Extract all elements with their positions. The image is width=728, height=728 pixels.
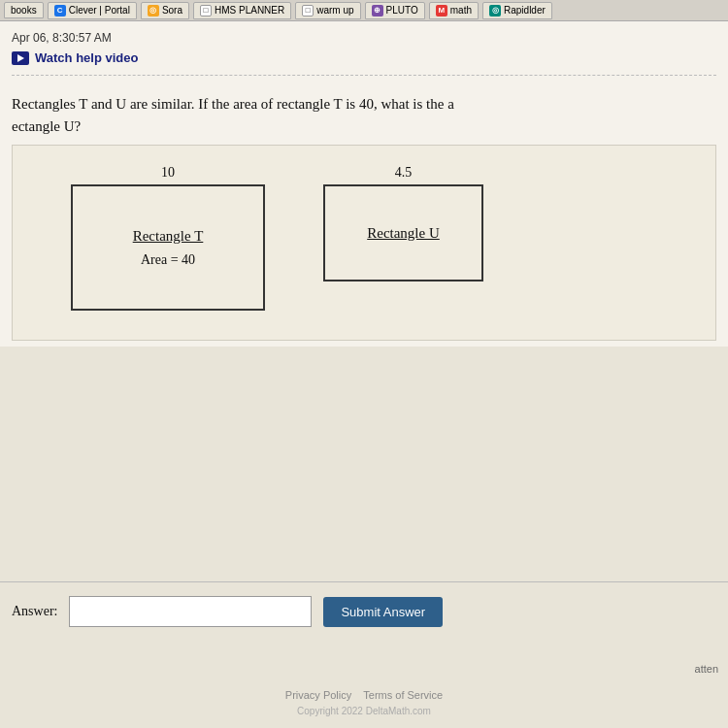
hms-icon: □ xyxy=(200,5,212,17)
footer-links: Privacy Policy Terms of Service xyxy=(0,689,728,701)
sora-label: Sora xyxy=(162,5,182,16)
math-label: math xyxy=(450,5,472,16)
rect-u-top-label: 4.5 xyxy=(395,165,413,181)
datetime-display: Apr 06, 8:30:57 AM xyxy=(12,27,716,47)
answer-input[interactable] xyxy=(69,596,312,627)
question-text-part2: ectangle U? xyxy=(12,118,81,134)
sora-icon: ◎ xyxy=(148,5,159,17)
rapidider-label: Rapidlder xyxy=(504,5,546,16)
privacy-policy-link[interactable]: Privacy Policy xyxy=(285,689,351,701)
tab-pluto[interactable]: ⊕ PLUTO xyxy=(365,2,425,19)
answer-label: Answer: xyxy=(12,604,57,619)
submit-answer-button[interactable]: Submit Answer xyxy=(323,597,443,627)
help-video-bar[interactable]: Watch help video xyxy=(12,47,716,69)
tab-bar: books C Clever | Portal ◎ Sora □ HMS PLA… xyxy=(0,0,728,21)
footer-copyright: Copyright 2022 DeltaMath.com xyxy=(0,706,728,716)
question-text-part1: Rectangles T and U are similar. If the a… xyxy=(12,96,454,112)
diagrams-area: 10 Rectangle T Area = 40 4.5 Rectangle U xyxy=(12,145,716,341)
rect-u-box: Rectangle U xyxy=(323,184,483,281)
video-play-icon xyxy=(12,51,29,65)
warmup-icon: □ xyxy=(302,5,314,17)
tab-warmup[interactable]: □ warm up xyxy=(295,2,360,19)
tab-rapidider[interactable]: ◎ Rapidlder xyxy=(482,2,552,19)
rect-t-top-label: 10 xyxy=(161,165,175,181)
terms-link[interactable]: Terms of Service xyxy=(363,689,443,701)
rect-t-area: Area = 40 xyxy=(141,252,195,268)
hms-label: HMS PLANNER xyxy=(215,5,284,16)
rect-t-box: Rectangle T Area = 40 xyxy=(71,184,265,311)
rect-u-name: Rectangle U xyxy=(367,225,440,242)
tab-books[interactable]: books xyxy=(4,2,44,18)
rect-t-container: 10 Rectangle T Area = 40 xyxy=(71,165,265,311)
tab-hms-planner[interactable]: □ HMS PLANNER xyxy=(193,2,291,19)
rapidider-icon: ◎ xyxy=(489,5,501,17)
rect-u-container: 4.5 Rectangle U xyxy=(323,165,483,281)
rect-t-name: Rectangle T xyxy=(133,228,204,245)
divider xyxy=(12,75,716,76)
help-video-label: Watch help video xyxy=(35,50,138,65)
tab-clever[interactable]: C Clever | Portal xyxy=(48,2,137,19)
attempts-text: atten xyxy=(695,663,718,675)
tab-sora[interactable]: ◎ Sora xyxy=(141,2,189,19)
question-area: Rectangles T and U are similar. If the a… xyxy=(12,82,716,145)
footer-area: atten Privacy Policy Terms of Service Co… xyxy=(0,641,728,728)
math-icon: M xyxy=(436,5,447,17)
tab-math[interactable]: M math xyxy=(429,2,479,19)
pluto-label: PLUTO xyxy=(386,5,418,16)
books-label: books xyxy=(11,5,37,16)
answer-section: Answer: Submit Answer xyxy=(0,581,728,641)
clever-icon: C xyxy=(54,5,66,17)
page-content: Apr 06, 8:30:57 AM Watch help video Rect… xyxy=(0,21,728,347)
clever-label: Clever | Portal xyxy=(69,5,130,16)
warmup-label: warm up xyxy=(316,5,353,16)
pluto-icon: ⊕ xyxy=(372,5,383,17)
